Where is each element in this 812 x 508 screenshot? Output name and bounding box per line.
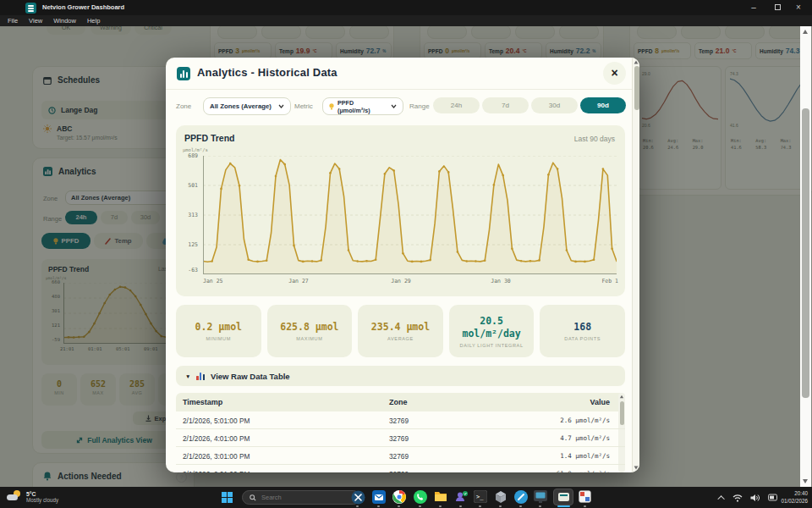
search-icon: [250, 494, 256, 501]
raw-data-table: Timestamp Zone Value 2/1/2026, 5:01:00 P…: [176, 393, 625, 472]
battery-icon[interactable]: [768, 494, 778, 501]
taskbar-search[interactable]: [242, 490, 360, 505]
modal-close-button[interactable]: ×: [603, 62, 626, 85]
netvion-app-taskbar-icon[interactable]: [553, 489, 573, 505]
svg-text:>_: >_: [476, 494, 484, 500]
modal-chart-card: PPFD Trend Last 90 days μmol/m²/s 689 50…: [176, 125, 625, 296]
col-zone: Zone: [389, 398, 408, 406]
modal-metric-label: Metric: [294, 102, 313, 110]
analytics-modal-icon: [177, 67, 190, 80]
tray-date: 01/02/2026: [781, 497, 808, 505]
maximize-button[interactable]: [768, 0, 787, 15]
table-row: 2/1/2026, 5:01:00 PM327692.6 μmol/m²/s: [176, 411, 625, 429]
chrome-icon[interactable]: [392, 490, 407, 505]
col-timestamp: Timestamp: [183, 398, 222, 406]
modal-zone-select[interactable]: All Zones (Average): [203, 97, 291, 115]
stat-data-points: 168DATA POINTS: [540, 305, 625, 357]
window-scrollbar[interactable]: [800, 26, 811, 487]
modal-metric-select[interactable]: PPFD (μmol/m²/s): [322, 97, 403, 115]
modal-range-90d[interactable]: 90d: [580, 97, 626, 113]
monitor-app-icon[interactable]: [534, 490, 548, 505]
modal-filters: Zone All Zones (Average) Metric PPFD (μm…: [166, 90, 632, 124]
bulb-icon: [329, 103, 334, 110]
taskbar-clock[interactable]: 20:40 01/02/2026: [781, 489, 808, 505]
search-input[interactable]: [261, 494, 346, 501]
modal-title: Analytics - Historical Data: [197, 66, 337, 79]
stat-minimum: 0.2 μmolMINIMUM: [176, 305, 261, 357]
chart-range-label: Last 90 days: [574, 135, 615, 143]
whatsapp-icon[interactable]: [414, 490, 428, 505]
system-tray: [720, 487, 778, 508]
col-value: Value: [590, 398, 610, 406]
chevron-down-icon: [278, 104, 284, 108]
screen: Netvion Grower Dashboard – × File View W…: [0, 0, 812, 508]
modal-range-24h[interactable]: 24h: [433, 97, 480, 113]
volume-icon[interactable]: [750, 494, 760, 502]
menu-help[interactable]: Help: [87, 17, 100, 25]
ppfd-trend-plot: [203, 156, 617, 274]
table-row: 2/1/2026, 2:01:00 PM3276961.0 μmol/m²/s: [176, 465, 625, 472]
table-header: Timestamp Zone Value: [176, 393, 625, 411]
modal-range-30d[interactable]: 30d: [531, 97, 578, 113]
collapse-triangle-icon: ▼: [185, 373, 190, 379]
people-app-icon[interactable]: [454, 490, 469, 505]
modal-range-label: Range: [409, 102, 430, 110]
modal-zone-label: Zone: [176, 102, 191, 110]
terminal-icon[interactable]: >_: [474, 490, 488, 505]
modal-header: Analytics - Historical Data ×: [166, 58, 632, 90]
chart-yticks: 689 501 313 125 -63: [176, 125, 200, 296]
taskbar-weather[interactable]: 5°C Mostly cloudy: [7, 489, 58, 504]
scroll-up-icon[interactable]: [803, 30, 808, 34]
raw-data-toggle[interactable]: ▼ View Raw Data Table: [176, 366, 625, 386]
file-explorer-icon[interactable]: [434, 490, 448, 505]
menu-file[interactable]: File: [8, 17, 18, 25]
start-button[interactable]: [222, 492, 233, 503]
wifi-icon[interactable]: [732, 494, 743, 502]
window-scrollbar-thumb[interactable]: [802, 108, 809, 398]
app-logo-icon: [25, 3, 36, 14]
designer-app-icon[interactable]: [579, 490, 593, 505]
modal-stats-row: 0.2 μmolMINIMUM 625.8 μmolMAXIMUM 235.4 …: [176, 305, 625, 357]
tray-time: 20:40: [781, 489, 808, 497]
stat-dli: 20.5mol/m²/dayDAILY LIGHT INTEGRAL: [449, 305, 535, 357]
cube-app-icon[interactable]: [494, 490, 508, 505]
maximize-icon: [775, 4, 781, 10]
tray-expand-icon[interactable]: [717, 495, 724, 502]
table-row: 2/1/2026, 3:01:00 PM327691.4 μmol/m²/s: [176, 447, 625, 465]
analytics-modal: Analytics - Historical Data × Zone All Z…: [166, 58, 639, 472]
menubar: File View Window Help: [0, 15, 812, 26]
weather-desc: Mostly cloudy: [26, 497, 58, 503]
stat-maximum: 625.8 μmolMAXIMUM: [267, 305, 353, 357]
mail-app-icon[interactable]: [372, 490, 387, 505]
pen-app-icon[interactable]: [514, 490, 529, 505]
window-title: Netvion Grower Dashboard: [42, 3, 124, 11]
modal-scrollbar[interactable]: [632, 58, 639, 472]
chevron-down-icon: [391, 104, 397, 108]
menu-view[interactable]: View: [29, 17, 42, 25]
app-content: OK Warning Critical Schedules Lange Dag …: [0, 26, 812, 487]
table-row: 2/1/2026, 4:01:00 PM327694.7 μmol/m²/s: [176, 429, 625, 447]
modal-range-7d[interactable]: 7d: [482, 97, 529, 113]
bar-chart-icon: [196, 373, 205, 380]
scroll-down-icon[interactable]: [803, 479, 808, 483]
tools-app-icon[interactable]: [351, 490, 365, 505]
taskbar: 5°C Mostly cloudy >_: [0, 487, 812, 508]
modal-scrollbar-thumb[interactable]: [634, 66, 639, 110]
stat-average: 235.4 μmolAVERAGE: [358, 305, 443, 357]
weather-temp: 5°C: [26, 491, 58, 497]
menu-window[interactable]: Window: [53, 17, 76, 25]
weather-icon: [7, 489, 21, 504]
help-icon[interactable]: ?: [176, 472, 187, 483]
close-window-button[interactable]: ×: [789, 0, 808, 15]
titlebar: Netvion Grower Dashboard – ×: [0, 0, 812, 15]
minimize-button[interactable]: –: [744, 0, 763, 15]
